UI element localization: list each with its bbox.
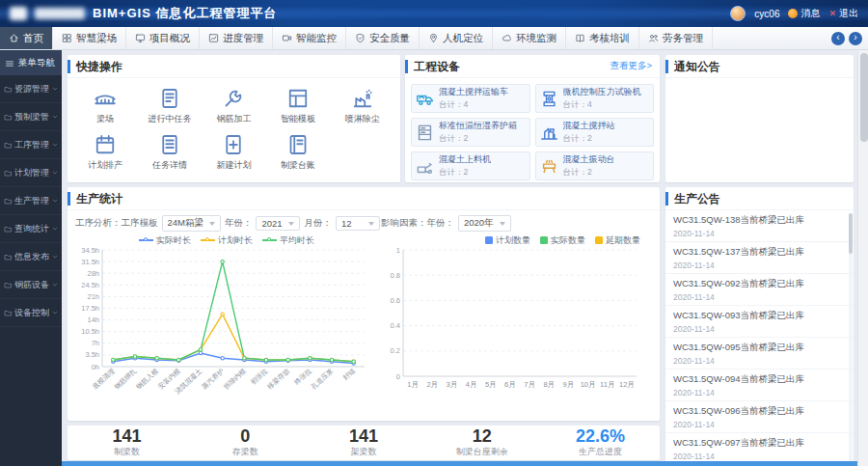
month-select[interactable]: 12 bbox=[336, 216, 380, 231]
svg-text:1: 1 bbox=[396, 247, 400, 255]
nav-item-safety-quality[interactable]: 安全质量 bbox=[346, 27, 420, 49]
equipment-card-vibration-table[interactable]: 混凝土振动台台计：2 bbox=[535, 151, 655, 180]
svg-text:9月: 9月 bbox=[563, 380, 575, 389]
chevron-down-icon bbox=[51, 309, 59, 316]
folder-icon bbox=[4, 85, 13, 94]
stat-total-progress: 22.6%生产总进度 bbox=[541, 427, 660, 459]
sidebar: 菜单导航 资源管理预制梁管理工序管理计划管理生产管理查询统计信息发布钢筋设备设备… bbox=[0, 50, 62, 466]
sidebar-item-rebar-equipment[interactable]: 钢筋设备 bbox=[0, 271, 62, 299]
sidebar-header[interactable]: 菜单导航 bbox=[0, 50, 62, 75]
legend-label: 平均时长 bbox=[280, 234, 314, 247]
quick-op-beam-ledger[interactable]: 制梁台账 bbox=[266, 132, 331, 172]
panel-scrollbar[interactable] bbox=[849, 213, 853, 463]
production-notice-item[interactable]: WC31.5QW-095当前桥梁已出库2020-11-14 bbox=[665, 338, 854, 370]
user-avatar[interactable] bbox=[730, 6, 746, 21]
sidebar-item-label: 预制梁管理 bbox=[14, 111, 49, 123]
svg-text:7月: 7月 bbox=[524, 380, 535, 389]
page-scrollbar-thumb[interactable] bbox=[860, 53, 868, 142]
sidebar-item-query-stats[interactable]: 查询统计 bbox=[0, 215, 62, 243]
nav-item-progress-mgmt[interactable]: 进度管理 bbox=[200, 27, 273, 49]
menu-icon bbox=[5, 59, 14, 69]
logout-button[interactable]: ✕退出 bbox=[828, 7, 858, 20]
message-icon bbox=[788, 9, 798, 18]
nav-item-labor-mgmt[interactable]: 劳务管理 bbox=[639, 27, 713, 49]
factor-year-select[interactable]: 2020年 bbox=[458, 215, 511, 232]
production-notice-item[interactable]: WC31.5QW-093当前桥梁已出库2020-11-14 bbox=[665, 306, 854, 338]
sidebar-item-process-mgmt[interactable]: 工序管理 bbox=[0, 131, 62, 159]
quick-op-in-progress-tasks[interactable]: 进行中任务 bbox=[138, 86, 203, 125]
equipment-card-curing-box[interactable]: 标准恒温恒湿养护箱台计：2 bbox=[411, 118, 530, 147]
svg-text:10月: 10月 bbox=[581, 380, 596, 389]
equipment-name: 混凝土振动台 bbox=[563, 153, 615, 166]
process-analysis-legend: 实际时长计划时长平均时长 bbox=[73, 233, 380, 247]
quick-op-rebar-processing[interactable]: 钢筋加工 bbox=[202, 86, 266, 125]
production-notice-item[interactable]: WC31.5QW-137当前桥梁已出库2020-11-14 bbox=[665, 242, 854, 274]
production-notice-item[interactable]: WC31.5QW-094当前桥梁已出库2020-11-14 bbox=[665, 370, 854, 401]
legend-item[interactable]: 计划时长 bbox=[201, 234, 253, 247]
legend-item[interactable]: 计划数量 bbox=[485, 234, 530, 247]
book-icon bbox=[575, 33, 585, 43]
production-notice-item[interactable]: WC31.5QW-138当前桥梁已出库2020-11-14 bbox=[665, 210, 854, 242]
nav-item-smart-monitoring[interactable]: 智能监控 bbox=[273, 27, 346, 49]
production-stats-panel: 生产统计 工序分析：工序模板 24M箱梁 年份： 2021 月份： 12 影响因… bbox=[68, 187, 660, 421]
svg-text:34.5h: 34.5h bbox=[81, 247, 99, 255]
equipment-card-mixing-plant[interactable]: 混凝土搅拌站台计：2 bbox=[535, 118, 655, 147]
nav-item-home[interactable]: 首页 bbox=[0, 27, 53, 49]
equipment-card-mixer-truck[interactable]: 混凝土搅拌运输车台计：4 bbox=[411, 84, 530, 113]
sidebar-item-production-mgmt[interactable]: 生产管理 bbox=[0, 187, 62, 215]
quick-op-smart-template[interactable]: 智能模板 bbox=[266, 86, 331, 125]
legend-item[interactable]: 实际数量 bbox=[540, 234, 585, 247]
nav-item-assessment-training[interactable]: 考核培训 bbox=[566, 27, 639, 49]
left-column: 快捷操作 梁场进行中任务钢筋加工智能模板喷淋除尘计划排产任务详情新建计划制梁台账… bbox=[68, 55, 660, 466]
svg-text:蒸汽养护: 蒸汽养护 bbox=[200, 367, 226, 391]
svg-text:终张拉: 终张拉 bbox=[293, 368, 313, 387]
stat-label: 存梁数 bbox=[186, 446, 305, 458]
svg-text:8月: 8月 bbox=[543, 380, 555, 389]
legend-label: 实际数量 bbox=[551, 234, 585, 247]
legend-item[interactable]: 延期数量 bbox=[595, 234, 640, 247]
chevron-down-icon bbox=[51, 253, 59, 260]
equipment-card-pressure-tester[interactable]: 微机控制压力试验机台计：4 bbox=[535, 84, 655, 113]
influence-factor-legend: 计划数量实际数量延期数量 bbox=[380, 233, 654, 247]
production-notices-title: 生产公告 bbox=[665, 187, 728, 209]
quick-op-beam-yard[interactable]: 梁场 bbox=[73, 86, 138, 125]
nav-item-man-machine-positioning[interactable]: 人机定位 bbox=[420, 27, 493, 49]
legend-item[interactable]: 实际时长 bbox=[139, 234, 191, 247]
calendar-icon bbox=[94, 133, 117, 156]
notice-date: 2020-11-14 bbox=[673, 356, 846, 366]
quick-op-spray-dedusting[interactable]: 喷淋除尘 bbox=[330, 86, 394, 125]
influence-factor-chart-box: 计划数量实际数量延期数量 00.20.40.60.811月2月3月4月5月6月7… bbox=[380, 233, 654, 413]
equipment-card-feeder[interactable]: 混凝土上料机台计：2 bbox=[411, 151, 530, 180]
sidebar-item-plan-mgmt[interactable]: 计划管理 bbox=[0, 159, 62, 187]
production-notice-item[interactable]: WC31.5QW-092当前桥梁已出库2020-11-14 bbox=[665, 274, 854, 306]
chevron-down-icon bbox=[500, 222, 505, 226]
svg-text:钢筋入模: 钢筋入模 bbox=[134, 368, 160, 392]
messages-button[interactable]: 消息 bbox=[788, 7, 820, 20]
quick-op-task-details[interactable]: 任务详情 bbox=[138, 132, 203, 172]
quick-op-plan-scheduling[interactable]: 计划排产 bbox=[73, 132, 138, 172]
legend-line-marker bbox=[201, 239, 215, 241]
panel-scrollbar-thumb[interactable] bbox=[849, 213, 853, 254]
template-select[interactable]: 24M箱梁 bbox=[162, 215, 221, 232]
nav-scroll-right-button[interactable]: › bbox=[849, 32, 862, 45]
quick-op-new-plan[interactable]: 新建计划 bbox=[202, 132, 266, 172]
sidebar-item-device-control[interactable]: 设备控制 bbox=[0, 299, 62, 327]
svg-text:3.5h: 3.5h bbox=[85, 350, 99, 359]
sidebar-item-resource-mgmt[interactable]: 资源管理 bbox=[0, 75, 62, 103]
nav-item-environment-monitoring[interactable]: 环境监测 bbox=[493, 27, 566, 49]
legend-item[interactable]: 平均时长 bbox=[262, 234, 314, 247]
nav-item-smart-beam-yard[interactable]: 智慧梁场 bbox=[53, 27, 126, 49]
view-more-link[interactable]: 查看更多> bbox=[610, 60, 660, 72]
year-select[interactable]: 2021 bbox=[256, 216, 300, 231]
quick-op-label: 计划排产 bbox=[88, 159, 122, 172]
production-notice-item[interactable]: WC31.5QW-096当前桥梁已出库2020-11-14 bbox=[665, 401, 854, 433]
nav-scroll-left-button[interactable]: ‹ bbox=[831, 32, 845, 45]
chevron-down-icon bbox=[209, 222, 215, 226]
page-scrollbar[interactable] bbox=[857, 50, 868, 466]
equipment-name: 混凝土搅拌站 bbox=[563, 120, 615, 132]
equipment-count: 台计：2 bbox=[439, 133, 517, 145]
sidebar-item-info-publish[interactable]: 信息发布 bbox=[0, 243, 62, 271]
sidebar-item-precast-beam-mgmt[interactable]: 预制梁管理 bbox=[0, 103, 62, 131]
nav-item-project-overview[interactable]: 项目概况 bbox=[126, 27, 200, 49]
ledger-icon bbox=[286, 133, 310, 156]
